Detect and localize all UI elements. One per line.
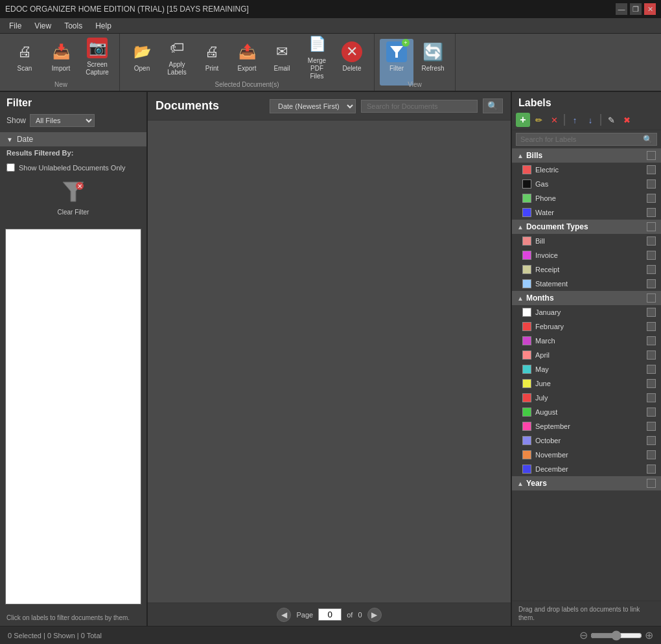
bills-group-check[interactable] — [647, 151, 656, 160]
scan-icon: 🖨 — [14, 41, 35, 62]
rename-label-button[interactable]: ✎ — [604, 113, 618, 127]
months-group-check[interactable] — [647, 293, 656, 303]
label-phone[interactable]: Phone — [512, 191, 661, 205]
merge-pdf-icon: 📄 — [307, 34, 327, 54]
electric-check[interactable] — [647, 165, 656, 174]
label-march[interactable]: March — [512, 334, 661, 348]
label-gas[interactable]: Gas — [512, 177, 661, 191]
may-check[interactable] — [647, 365, 656, 374]
label-group-months[interactable]: ▲ Months — [512, 291, 661, 305]
remove-label-button[interactable]: ✖ — [620, 113, 634, 127]
label-february[interactable]: February — [512, 319, 661, 334]
label-group-document-types[interactable]: ▲ Document Types — [512, 220, 661, 234]
label-september[interactable]: September — [512, 419, 661, 433]
scan-button[interactable]: 🖨 Scan — [8, 39, 41, 86]
next-page-button[interactable]: ▶ — [367, 608, 382, 622]
september-color — [522, 422, 531, 431]
close-button[interactable]: ✕ — [644, 3, 656, 15]
filter-icon: + — [386, 41, 407, 62]
label-june[interactable]: June — [512, 376, 661, 391]
receipt-check[interactable] — [647, 265, 656, 274]
december-color — [522, 465, 531, 474]
move-label-down-button[interactable]: ↓ — [583, 113, 597, 127]
print-button[interactable]: 🖨 Print — [195, 39, 229, 86]
email-button[interactable]: ✉ Email — [265, 39, 299, 86]
import-button[interactable]: 📥 Import — [44, 39, 78, 86]
water-check[interactable] — [647, 208, 656, 217]
menu-file[interactable]: File — [3, 20, 28, 32]
document-types-arrow: ▲ — [517, 224, 524, 231]
sort-select[interactable]: Date (Newest First) Date (Oldest First) … — [270, 99, 356, 113]
label-july[interactable]: July — [512, 391, 661, 405]
documents-header: Documents Date (Newest First) Date (Olde… — [148, 92, 511, 121]
november-check[interactable] — [647, 450, 656, 459]
label-receipt[interactable]: Receipt — [512, 262, 661, 277]
filter-unlabeled-checkbox[interactable] — [6, 163, 15, 172]
export-button[interactable]: 📤 Export — [230, 39, 264, 86]
label-group-bills[interactable]: ▲ Bills — [512, 148, 661, 163]
label-electric[interactable]: Electric — [512, 163, 661, 177]
clear-filter-button[interactable]: ✕ Clear Filter — [47, 178, 99, 218]
zoom-out-button[interactable]: ⊖ — [579, 629, 588, 641]
move-label-up-button[interactable]: ↑ — [568, 113, 582, 127]
label-statement[interactable]: Statement — [512, 277, 661, 291]
menu-view[interactable]: View — [28, 20, 58, 32]
minimize-button[interactable]: — — [616, 3, 627, 15]
open-button[interactable]: 📂 Open — [125, 39, 159, 86]
menu-tools[interactable]: Tools — [58, 20, 89, 32]
filter-unlabeled[interactable]: Show Unlabeled Documents Only — [0, 162, 146, 173]
label-water[interactable]: Water — [512, 205, 661, 220]
label-august[interactable]: August — [512, 405, 661, 419]
print-label: Print — [205, 65, 219, 73]
label-bill[interactable]: Bill — [512, 234, 661, 248]
label-january[interactable]: January — [512, 305, 661, 319]
page-number-input[interactable] — [318, 608, 342, 621]
september-check[interactable] — [647, 422, 656, 431]
zoom-slider[interactable] — [590, 630, 642, 641]
search-documents-input[interactable] — [361, 100, 478, 113]
march-check[interactable] — [647, 336, 656, 345]
filter-show-select[interactable]: All Files — [30, 114, 95, 127]
april-check[interactable] — [647, 351, 656, 360]
january-check[interactable] — [647, 308, 656, 317]
statement-check[interactable] — [647, 279, 656, 288]
november-color — [522, 450, 531, 459]
add-label-button[interactable]: + — [516, 113, 530, 127]
august-check[interactable] — [647, 408, 656, 417]
refresh-button[interactable]: 🔄 Refresh — [416, 39, 450, 86]
years-group-check[interactable] — [647, 479, 656, 488]
label-december[interactable]: December — [512, 462, 661, 476]
restore-button[interactable]: ❐ — [630, 3, 642, 15]
phone-check[interactable] — [647, 194, 656, 203]
february-check[interactable] — [647, 322, 656, 331]
label-invoice[interactable]: Invoice — [512, 248, 661, 262]
edit-label-button[interactable]: ✏ — [531, 113, 546, 127]
search-documents-button[interactable]: 🔍 — [483, 98, 503, 113]
december-check[interactable] — [647, 465, 656, 474]
filter-date-section[interactable]: ▼ Date — [0, 132, 146, 146]
october-check[interactable] — [647, 436, 656, 445]
previous-page-button[interactable]: ◀ — [277, 608, 291, 622]
invoice-check[interactable] — [647, 251, 656, 260]
delete-label-button[interactable]: ✕ — [547, 113, 561, 127]
label-april[interactable]: April — [512, 348, 661, 362]
bill-check[interactable] — [647, 236, 656, 246]
label-november[interactable]: November — [512, 448, 661, 462]
zoom-in-button[interactable]: ⊕ — [645, 629, 653, 641]
clear-filter-label: Clear Filter — [58, 209, 89, 216]
menu-help[interactable]: Help — [89, 20, 118, 32]
bill-name: Bill — [535, 237, 643, 245]
labels-search-input[interactable] — [520, 135, 643, 143]
gas-check[interactable] — [647, 179, 656, 189]
filter-show: Show All Files — [0, 111, 146, 130]
delete-button[interactable]: ✕ Delete — [335, 39, 369, 86]
toolbar-separator-1 — [564, 114, 565, 126]
july-check[interactable] — [647, 393, 656, 402]
june-check[interactable] — [647, 379, 656, 388]
label-group-years[interactable]: ▲ Years — [512, 476, 661, 490]
document-types-check[interactable] — [647, 222, 656, 231]
label-may[interactable]: May — [512, 362, 661, 376]
label-october[interactable]: October — [512, 433, 661, 448]
filter-button[interactable]: + Filter — [380, 39, 413, 86]
toolbar-group-selected-docs: 📂 Open 🏷 ApplyLabels 🖨 Print 📤 Export ✉ … — [120, 34, 375, 91]
